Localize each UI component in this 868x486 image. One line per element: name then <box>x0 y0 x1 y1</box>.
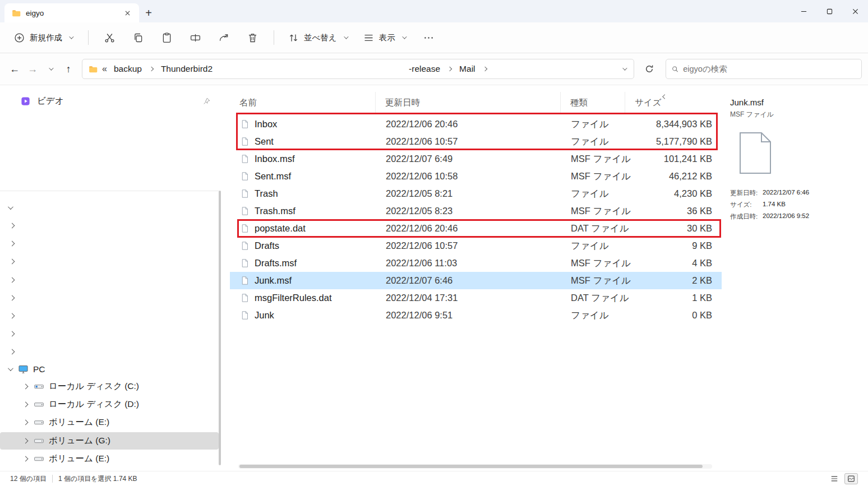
sidebar-item-videos[interactable]: ビデオ <box>0 92 219 110</box>
sidebar-item-label: ローカル ディスク (C:) <box>49 381 139 392</box>
search-input[interactable] <box>683 64 856 73</box>
sidebar-item-volume-e2[interactable]: ボリューム (E:) <box>0 450 219 468</box>
file-row-msgfilterrules-dat[interactable]: msgFilterRules.dat 2022/12/04 17:31 DAT … <box>230 289 722 307</box>
sidebar-item-pc[interactable]: PC <box>0 360 219 378</box>
sidebar-item-collapsed[interactable] <box>0 271 219 289</box>
breadcrumb-item-mail[interactable]: Mail <box>457 63 477 75</box>
file-row-inbox-msf[interactable]: Inbox.msf 2022/12/07 6:49 MSF ファイル 101,2… <box>230 150 722 168</box>
file-row-popstate-dat[interactable]: popstate.dat 2022/12/06 20:46 DAT ファイル 3… <box>230 220 722 237</box>
horizontal-scrollbar[interactable] <box>238 464 712 469</box>
preview-file-type: MSF ファイル <box>730 110 868 119</box>
sidebar-item-collapsed[interactable] <box>0 307 219 325</box>
refresh-button[interactable] <box>640 59 659 78</box>
file-icon <box>240 172 250 181</box>
sidebar-item-label: ボリューム (E:) <box>49 453 109 465</box>
file-row-sent[interactable]: Sent 2022/12/06 10:57 ファイル 5,177,790 KB <box>230 133 722 150</box>
new-tab-button[interactable]: + <box>139 3 158 22</box>
share-button[interactable] <box>211 27 237 48</box>
forward-icon: → <box>27 63 38 75</box>
detail-label: 更新日時: <box>730 189 763 197</box>
sidebar-group-expander[interactable] <box>0 199 219 216</box>
delete-button[interactable] <box>239 27 266 48</box>
maximize-button[interactable] <box>816 0 842 22</box>
copy-button[interactable] <box>125 27 151 48</box>
details-view-button[interactable] <box>828 473 841 484</box>
file-icon <box>240 276 250 285</box>
search-icon <box>672 66 678 73</box>
file-row-drafts[interactable]: Drafts 2022/12/06 10:57 ファイル 9 KB <box>230 237 722 254</box>
scrollbar-thumb[interactable] <box>239 465 703 468</box>
paste-button[interactable] <box>154 27 180 48</box>
more-options-button[interactable] <box>415 27 442 48</box>
file-row-sent-msf[interactable]: Sent.msf 2022/12/06 10:58 MSF ファイル 46,21… <box>230 168 722 185</box>
breadcrumb-overflow-icon[interactable]: « <box>101 64 108 74</box>
file-size: 0 KB <box>635 310 712 321</box>
minimize-button[interactable] <box>791 0 816 22</box>
back-button[interactable]: ← <box>6 60 24 78</box>
file-date: 2022/12/05 8:23 <box>386 206 571 216</box>
sidebar-item-collapsed[interactable] <box>0 253 219 270</box>
sidebar-item-volume-g[interactable]: ボリューム (G:) <box>0 432 219 450</box>
breadcrumb-item-thunderbird[interactable]: Thunderbird2 <box>159 63 215 75</box>
file-date: 2022/12/06 10:57 <box>386 240 571 251</box>
breadcrumb-item-release[interactable]: -release <box>407 63 442 75</box>
chevron-down-icon <box>67 34 75 41</box>
preview-pane: Junk.msf MSF ファイル 更新日時: 2022/12/07 6:46 … <box>724 85 868 471</box>
sidebar-item-drive-d[interactable]: ローカル ディスク (D:) <box>0 396 219 413</box>
close-icon <box>125 11 130 16</box>
new-button[interactable]: 新規作成 <box>8 27 80 48</box>
sidebar-item-collapsed[interactable] <box>0 343 219 360</box>
file-row-drafts-msf[interactable]: Drafts.msf 2022/12/06 11:03 MSF ファイル 4 K… <box>230 254 722 272</box>
selection-summary: 1 個の項目を選択 1.74 KB <box>58 474 137 484</box>
file-row-trash-msf[interactable]: Trash.msf 2022/12/05 8:23 MSF ファイル 36 KB <box>230 202 722 220</box>
column-header-size[interactable]: サイズ <box>625 92 702 113</box>
sidebar-scrollbar[interactable] <box>219 191 221 465</box>
cut-button[interactable] <box>96 27 123 48</box>
sort-button[interactable]: 並べ替え <box>282 27 355 48</box>
sort-ascending-icon <box>660 92 668 100</box>
sidebar-item-collapsed[interactable] <box>0 217 219 234</box>
file-date: 2022/12/05 8:21 <box>386 188 571 199</box>
tab-close-button[interactable] <box>121 7 133 19</box>
file-row-trash[interactable]: Trash 2022/12/05 8:21 ファイル 4,230 KB <box>230 185 722 202</box>
recent-locations-button[interactable] <box>41 60 59 78</box>
column-header-type[interactable]: 種類 <box>561 92 625 113</box>
address-dropdown-icon[interactable] <box>620 65 628 73</box>
file-row-inbox[interactable]: Inbox 2022/12/06 20:46 ファイル 8,344,903 KB <box>230 115 722 133</box>
thumbnail-view-button[interactable] <box>844 473 858 484</box>
forward-button[interactable]: → <box>24 60 41 78</box>
sidebar-item-volume-e[interactable]: ボリューム (E:) <box>0 414 219 431</box>
chevron-right-icon[interactable] <box>481 65 489 73</box>
explorer-tab[interactable]: eigyo <box>4 3 139 22</box>
drive-icon <box>34 399 44 410</box>
chevron-right-icon[interactable] <box>446 65 454 73</box>
rename-icon <box>190 32 201 44</box>
sidebar-item-drive-c[interactable]: ローカル ディスク (C:) <box>0 378 219 395</box>
separator <box>88 30 89 45</box>
close-button[interactable] <box>842 0 868 22</box>
separator <box>274 30 274 45</box>
chevron-right-icon <box>8 222 16 230</box>
sidebar-item-label: ボリューム (E:) <box>49 416 109 428</box>
pin-icon <box>202 97 211 105</box>
up-button[interactable]: ↑ <box>59 60 77 78</box>
sidebar-item-collapsed[interactable] <box>0 235 219 252</box>
file-type: ファイル <box>571 118 635 131</box>
sidebar-item-collapsed[interactable] <box>0 325 219 342</box>
rename-button[interactable] <box>182 27 209 48</box>
scissors-icon <box>104 32 116 44</box>
sidebar-item-collapsed[interactable] <box>0 289 219 307</box>
file-row-junk[interactable]: Junk 2022/12/06 9:51 ファイル 0 KB <box>230 307 722 324</box>
column-header-name[interactable]: 名前 <box>230 92 376 113</box>
view-button[interactable]: 表示 <box>357 27 413 48</box>
breadcrumb-item-backup[interactable]: backup <box>112 63 144 75</box>
search-box[interactable] <box>666 59 862 79</box>
chevron-down-icon <box>47 65 54 73</box>
file-row-junk-msf[interactable]: Junk.msf 2022/12/07 6:46 MSF ファイル 2 KB <box>230 272 722 289</box>
breadcrumb-redacted-segment <box>218 66 403 72</box>
address-box[interactable]: « backup Thunderbird2 -release Mail <box>82 59 634 79</box>
file-type: MSF ファイル <box>571 205 635 217</box>
column-header-date[interactable]: 更新日時 <box>376 92 561 113</box>
file-date: 2022/12/06 20:46 <box>386 223 571 234</box>
chevron-right-icon[interactable] <box>147 65 155 73</box>
